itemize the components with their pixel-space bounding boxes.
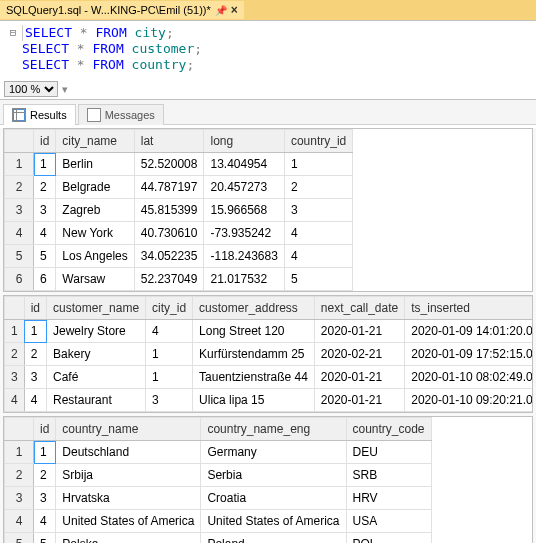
cell[interactable]: Los Angeles xyxy=(56,245,134,268)
table-row[interactable]: 55PolskaPolandPOL xyxy=(5,533,432,544)
cell[interactable]: -73.935242 xyxy=(204,222,284,245)
data-table[interactable]: idcountry_namecountry_name_engcountry_co… xyxy=(4,417,432,543)
cell[interactable]: Serbia xyxy=(201,464,346,487)
cell[interactable]: 52.237049 xyxy=(134,268,204,291)
cell[interactable]: Café xyxy=(47,366,146,389)
cell[interactable]: Germany xyxy=(201,441,346,464)
cell[interactable]: Ulica lipa 15 xyxy=(193,389,315,412)
cell[interactable]: 3 xyxy=(146,389,193,412)
row-number[interactable]: 3 xyxy=(5,199,34,222)
cell[interactable]: Deutschland xyxy=(56,441,201,464)
cell[interactable]: 4 xyxy=(24,389,46,412)
table-row[interactable]: 22Belgrade44.78719720.4572732 xyxy=(5,176,353,199)
cell[interactable]: Poland xyxy=(201,533,346,544)
cell[interactable]: 20.457273 xyxy=(204,176,284,199)
table-row[interactable]: 44New York40.730610-73.9352424 xyxy=(5,222,353,245)
cell[interactable]: 2020-01-10 09:20:21.000 xyxy=(405,389,533,412)
cell[interactable]: New York xyxy=(56,222,134,245)
cell[interactable]: 4 xyxy=(34,222,56,245)
cell[interactable]: 1 xyxy=(34,441,56,464)
cell[interactable]: 15.966568 xyxy=(204,199,284,222)
cell[interactable]: Polska xyxy=(56,533,201,544)
cell[interactable]: 1 xyxy=(24,320,46,343)
column-header[interactable]: country_id xyxy=(284,130,352,153)
cell[interactable]: Srbija xyxy=(56,464,201,487)
cell[interactable]: 2020-01-09 17:52:15.000 xyxy=(405,343,533,366)
column-header[interactable]: city_id xyxy=(146,297,193,320)
cell[interactable]: SRB xyxy=(346,464,431,487)
column-header[interactable]: customer_address xyxy=(193,297,315,320)
column-header[interactable]: country_name_eng xyxy=(201,418,346,441)
table-row[interactable]: 66Warsaw52.23704921.0175325 xyxy=(5,268,353,291)
table-row[interactable]: 33Zagreb45.81539915.9665683 xyxy=(5,199,353,222)
row-number[interactable]: 4 xyxy=(5,389,25,412)
cell[interactable]: 1 xyxy=(34,153,56,176)
cell[interactable]: 40.730610 xyxy=(134,222,204,245)
table-row[interactable]: 33Café1Tauentzienstraße 442020-01-212020… xyxy=(5,366,534,389)
cell[interactable]: 4 xyxy=(34,510,56,533)
cell[interactable]: Warsaw xyxy=(56,268,134,291)
cell[interactable]: 1 xyxy=(146,366,193,389)
table-row[interactable]: 11Jewelry Store4Long Street 1202020-01-2… xyxy=(5,320,534,343)
row-number[interactable]: 4 xyxy=(5,222,34,245)
row-number[interactable]: 2 xyxy=(5,176,34,199)
editor-line[interactable]: SELECT * FROM customer; xyxy=(4,41,532,57)
cell[interactable]: HRV xyxy=(346,487,431,510)
cell[interactable]: 1 xyxy=(284,153,352,176)
table-row[interactable]: 22Bakery1Kurfürstendamm 252020-02-212020… xyxy=(5,343,534,366)
data-table[interactable]: idcity_namelatlongcountry_id11Berlin52.5… xyxy=(4,129,353,291)
cell[interactable]: Kurfürstendamm 25 xyxy=(193,343,315,366)
column-header[interactable]: long xyxy=(204,130,284,153)
column-header[interactable]: lat xyxy=(134,130,204,153)
cell[interactable]: Zagreb xyxy=(56,199,134,222)
table-row[interactable]: 11Berlin52.52000813.4049541 xyxy=(5,153,353,176)
cell[interactable]: Tauentzienstraße 44 xyxy=(193,366,315,389)
cell[interactable]: 52.520008 xyxy=(134,153,204,176)
row-number[interactable]: 2 xyxy=(5,464,34,487)
column-header[interactable]: country_name xyxy=(56,418,201,441)
cell[interactable]: Berlin xyxy=(56,153,134,176)
cell[interactable]: 34.052235 xyxy=(134,245,204,268)
cell[interactable]: 4 xyxy=(146,320,193,343)
table-row[interactable]: 33HrvatskaCroatiaHRV xyxy=(5,487,432,510)
cell[interactable]: Hrvatska xyxy=(56,487,201,510)
column-header[interactable]: city_name xyxy=(56,130,134,153)
close-icon[interactable]: × xyxy=(231,3,238,17)
cell[interactable]: 2020-01-21 xyxy=(314,389,404,412)
cell[interactable]: 21.017532 xyxy=(204,268,284,291)
cell[interactable]: 45.815399 xyxy=(134,199,204,222)
row-number[interactable]: 1 xyxy=(5,441,34,464)
cell[interactable]: 2020-01-21 xyxy=(314,366,404,389)
cell[interactable]: 3 xyxy=(284,199,352,222)
row-number[interactable]: 1 xyxy=(5,153,34,176)
cell[interactable]: 6 xyxy=(34,268,56,291)
table-row[interactable]: 44United States of AmericaUnited States … xyxy=(5,510,432,533)
column-header[interactable]: id xyxy=(34,418,56,441)
row-number[interactable]: 6 xyxy=(5,268,34,291)
row-number[interactable]: 4 xyxy=(5,510,34,533)
cell[interactable]: Jewelry Store xyxy=(47,320,146,343)
cell[interactable]: 2020-01-21 xyxy=(314,320,404,343)
cell[interactable]: POL xyxy=(346,533,431,544)
cell[interactable]: 44.787197 xyxy=(134,176,204,199)
row-number[interactable]: 1 xyxy=(5,320,25,343)
column-header[interactable]: country_code xyxy=(346,418,431,441)
cell[interactable]: 4 xyxy=(284,245,352,268)
column-header[interactable]: customer_name xyxy=(47,297,146,320)
editor-line[interactable]: ⊟SELECT * FROM city; xyxy=(4,25,532,41)
cell[interactable]: 13.404954 xyxy=(204,153,284,176)
table-row[interactable]: 11DeutschlandGermanyDEU xyxy=(5,441,432,464)
cell[interactable]: -118.243683 xyxy=(204,245,284,268)
cell[interactable]: Long Street 120 xyxy=(193,320,315,343)
cell[interactable]: USA xyxy=(346,510,431,533)
cell[interactable]: Croatia xyxy=(201,487,346,510)
column-header[interactable]: id xyxy=(24,297,46,320)
pin-icon[interactable]: 📌 xyxy=(215,5,227,16)
table-row[interactable]: 22SrbijaSerbiaSRB xyxy=(5,464,432,487)
row-number[interactable]: 3 xyxy=(5,366,25,389)
cell[interactable]: United States of America xyxy=(56,510,201,533)
column-header[interactable]: id xyxy=(34,130,56,153)
cell[interactable]: 5 xyxy=(34,533,56,544)
tab-messages[interactable]: Messages xyxy=(78,104,164,125)
cell[interactable]: 2 xyxy=(284,176,352,199)
